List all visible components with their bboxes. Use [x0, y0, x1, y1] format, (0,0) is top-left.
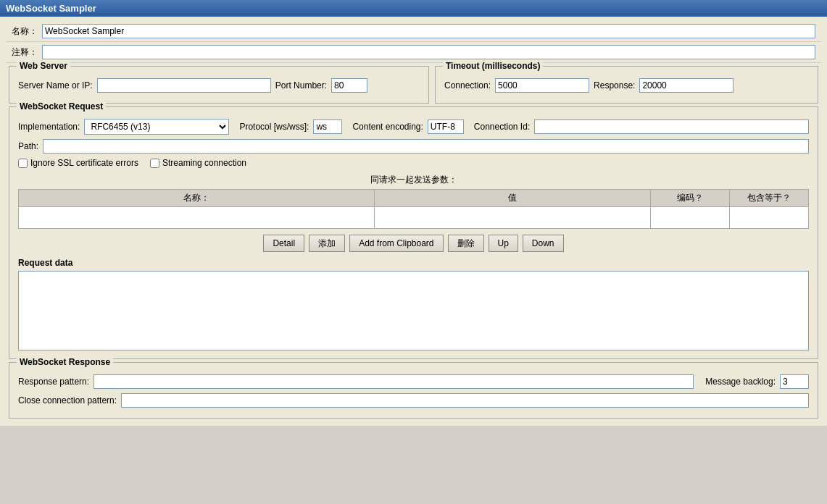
connection-id-label: Connection Id: — [474, 122, 530, 132]
connection-id-input[interactable] — [534, 119, 809, 134]
comments-input[interactable] — [42, 45, 815, 59]
name-row: 名称： — [6, 21, 821, 42]
comments-label: 注释： — [12, 46, 38, 59]
path-label: Path: — [18, 141, 38, 151]
checkbox-row: Ignore SSL certificate errors Streaming … — [18, 158, 809, 168]
implementation-select[interactable]: RFC6455 (v13) Hixie 76 (v0) — [84, 119, 229, 135]
implementation-wrapper: RFC6455 (v13) Hixie 76 (v0) — [84, 119, 229, 135]
response-pattern-input[interactable] — [93, 374, 694, 389]
implementation-label: Implementation: — [18, 122, 80, 132]
ws-response-section: WebSocket Response Response pattern: Mes… — [9, 362, 818, 419]
down-button[interactable]: Down — [523, 235, 564, 252]
empty-cell-4 — [730, 207, 809, 229]
port-label: Port Number: — [275, 80, 327, 91]
server-name-label: Server Name or IP: — [18, 80, 93, 91]
port-input[interactable] — [331, 78, 367, 93]
timeout-section: Timeout (milliseconds) Connection: Respo… — [435, 66, 818, 104]
params-title: 同请求一起发送参数： — [18, 174, 809, 186]
streaming-label[interactable]: Streaming connection — [150, 158, 246, 168]
protocol-label: Protocol [ws/wss]: — [239, 122, 309, 132]
params-table: 名称： 值 编码？ 包含等于？ — [18, 189, 809, 229]
params-buttons-row: Detail 添加 Add from Clipboard 删除 Up Down — [18, 235, 809, 252]
col-include: 包含等于？ — [730, 190, 809, 207]
col-value: 值 — [374, 190, 651, 207]
ws-request-row1: Implementation: RFC6455 (v13) Hixie 76 (… — [18, 119, 809, 135]
empty-cell-2 — [374, 207, 651, 229]
empty-cell-3 — [651, 207, 730, 229]
ignore-ssl-label[interactable]: Ignore SSL certificate errors — [18, 158, 138, 168]
params-table-header-row: 名称： 值 编码？ 包含等于？ — [19, 190, 809, 207]
connection-timeout-label: Connection: — [444, 80, 491, 91]
add-clipboard-button[interactable]: Add from Clipboard — [349, 235, 443, 252]
empty-cell-1 — [19, 207, 375, 229]
ws-request-legend: WebSocket Request — [17, 101, 106, 112]
app-title: WebSocket Sampler — [6, 3, 96, 14]
server-row: Server Name or IP: Port Number: — [18, 78, 420, 93]
top-sections: Web Server Server Name or IP: Port Numbe… — [9, 66, 818, 104]
response-timeout-label: Response: — [594, 80, 635, 91]
response-pattern-row: Response pattern: Message backlog: — [18, 374, 809, 389]
name-label: 名称： — [12, 25, 38, 38]
comments-row: 注释： — [6, 42, 821, 63]
connection-timeout-input[interactable] — [495, 78, 589, 93]
ignore-ssl-text: Ignore SSL certificate errors — [30, 158, 138, 168]
col-encode: 编码？ — [651, 190, 730, 207]
path-input[interactable] — [43, 139, 809, 154]
name-input[interactable] — [42, 24, 815, 38]
streaming-checkbox[interactable] — [150, 159, 159, 168]
response-pattern-label: Response pattern: — [18, 377, 89, 387]
table-empty-row — [19, 207, 809, 229]
close-pattern-label: Close connection pattern: — [18, 395, 117, 406]
request-data-label: Request data — [18, 258, 809, 268]
detail-button[interactable]: Detail — [263, 235, 304, 252]
message-backlog-input[interactable] — [780, 374, 809, 389]
timeout-row: Connection: Response: — [444, 78, 809, 93]
server-name-input[interactable] — [97, 78, 271, 93]
content-encoding-input[interactable] — [428, 119, 464, 134]
web-server-section: Web Server Server Name or IP: Port Numbe… — [9, 66, 429, 104]
protocol-input[interactable] — [313, 119, 342, 134]
close-pattern-input[interactable] — [121, 393, 809, 408]
content-encoding-label: Content encoding: — [352, 122, 423, 132]
response-timeout-input[interactable] — [639, 78, 734, 93]
timeout-legend: Timeout (milliseconds) — [443, 61, 543, 71]
web-server-legend: Web Server — [17, 61, 70, 71]
websocket-request-section: WebSocket Request Implementation: RFC645… — [9, 106, 818, 359]
ws-response-legend: WebSocket Response — [17, 357, 113, 367]
ignore-ssl-checkbox[interactable] — [18, 159, 28, 168]
title-bar: WebSocket Sampler — [0, 0, 827, 17]
request-data-textarea[interactable] — [18, 271, 809, 350]
message-backlog-label: Message backlog: — [705, 377, 776, 387]
col-name: 名称： — [19, 190, 375, 207]
params-title-text: 同请求一起发送参数： — [370, 175, 457, 185]
ws-request-path-row: Path: — [18, 139, 809, 154]
up-button[interactable]: Up — [489, 235, 518, 252]
delete-button[interactable]: 删除 — [448, 235, 484, 252]
close-pattern-row: Close connection pattern: — [18, 393, 809, 408]
streaming-text: Streaming connection — [162, 158, 246, 168]
add-button[interactable]: 添加 — [309, 235, 345, 252]
